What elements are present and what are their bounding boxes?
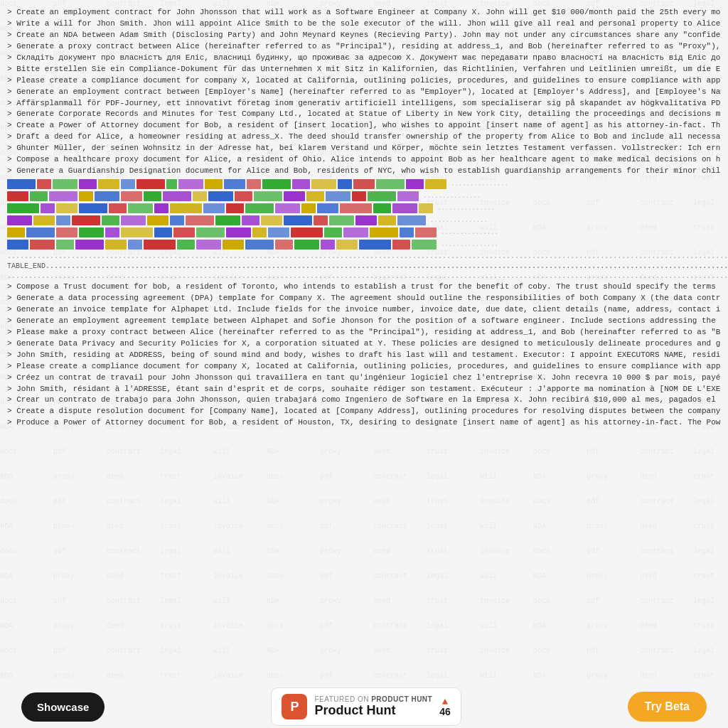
- try-beta-button[interactable]: Try Beta: [628, 692, 707, 722]
- dots-separator: ........................................…: [7, 252, 721, 262]
- text-line: > Generate a data processing agreement (…: [7, 293, 721, 304]
- text-line: > Produce a Power of Attorney document f…: [7, 417, 721, 429]
- bottom-bar: Showcase P FEATURED ON Product Hunt Prod…: [0, 685, 728, 728]
- document-lines: > Create an employment contract for John…: [7, 7, 721, 429]
- text-line: > Generate an employment agreement templ…: [7, 316, 721, 327]
- upvote-arrow: ▲: [442, 697, 448, 707]
- text-line: > Crear un contrato de trabajo para John…: [7, 395, 721, 406]
- block-row: ...............: [7, 227, 721, 238]
- text-line: > Create a Power of Attorney document fo…: [7, 120, 721, 132]
- text-line: > John Smith, residing at ADDRESS, being…: [7, 350, 721, 361]
- content-area: > Create an employment contract for John…: [0, 0, 728, 685]
- product-hunt-logo: P: [282, 694, 307, 719]
- visualization-blocks: ........................................…: [7, 178, 721, 250]
- text-line: > Generate Data Privacy and Security Pol…: [7, 338, 721, 350]
- text-line: > Créez un contrat de travail pour John …: [7, 373, 721, 384]
- vote-count-section: ▲ 46: [439, 697, 451, 717]
- table-end: TABLE_END...............................…: [7, 262, 721, 272]
- text-line: > Bitte erstellen Sie ein Compliance-Dok…: [7, 64, 721, 75]
- block-row: ...............: [7, 178, 721, 190]
- text-line: > Affärsplanmall för PDF-Journey, ett in…: [7, 98, 721, 109]
- text-line: > Generate Corporate Records and Minutes…: [7, 109, 721, 120]
- text-line: > Create an NDA between Adam Smith (Disc…: [7, 30, 721, 41]
- text-line: > John Smith, résidant à l'ADRESSE, étan…: [7, 384, 721, 395]
- text-line: > Generate a proxy contract between Alic…: [7, 41, 721, 53]
- block-row: ...............: [7, 239, 721, 250]
- product-hunt-text: FEATURED ON Product Hunt Product Hunt: [314, 695, 432, 719]
- text-line: > Draft a deed for Alice, a homeowner re…: [7, 132, 721, 143]
- showcase-button[interactable]: Showcase: [21, 692, 105, 722]
- block-row: ...............: [7, 191, 721, 202]
- product-hunt-badge[interactable]: P FEATURED ON Product Hunt Product Hunt …: [271, 687, 461, 726]
- text-line: > Create a dispute resolution document f…: [7, 406, 721, 417]
- dots-separator-2: ........................................…: [7, 272, 721, 282]
- product-hunt-name: Product Hunt: [314, 703, 432, 719]
- text-line: > Create an employment contract for John…: [7, 7, 721, 18]
- text-line: > Write a will for Jhon Smith. Jhon will…: [7, 18, 721, 30]
- block-row: ...............: [7, 203, 721, 214]
- text-line: > Compose a Trust document for bob, a re…: [7, 282, 721, 293]
- vote-count: 46: [439, 707, 451, 717]
- text-line: > Generate an invoice template for Alpha…: [7, 304, 721, 316]
- text-line: > Please make a proxy contract between A…: [7, 327, 721, 338]
- text-line: > Складіть документ про власністъ для Ел…: [7, 53, 721, 64]
- text-line: > Generate a Guardianship Designation do…: [7, 166, 721, 177]
- text-line: > Please create a compliance document fo…: [7, 361, 721, 373]
- text-line: > Compose a healthcare proxy document fo…: [7, 154, 721, 166]
- block-row: ...............: [7, 215, 721, 226]
- featured-on-label: FEATURED ON Product Hunt: [314, 695, 432, 703]
- text-line: > Generate an employment contract betwee…: [7, 87, 721, 98]
- text-line: > Please create a compliance document fo…: [7, 75, 721, 87]
- text-line: > Ghunter Müller, der seinen Wohnsitz in…: [7, 143, 721, 154]
